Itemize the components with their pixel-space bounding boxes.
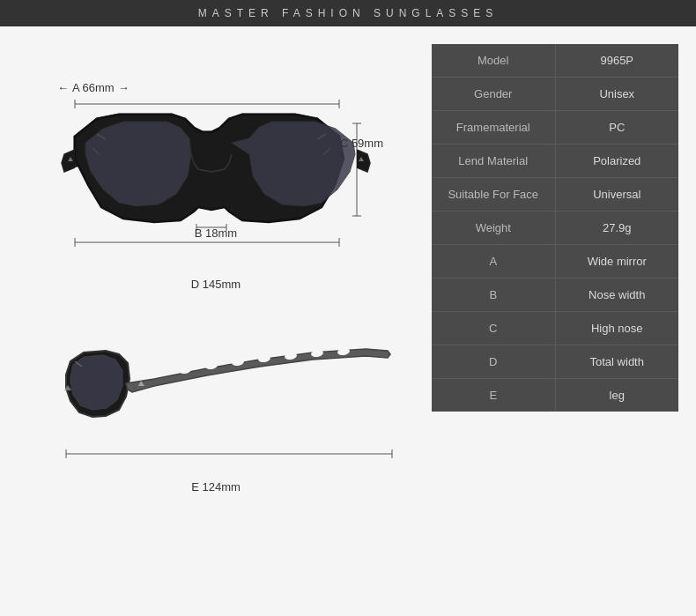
- brand-title: MASTER FASHION SUNGLASSES: [198, 7, 499, 19]
- left-panel: ← A 66mm →: [18, 44, 414, 602]
- spec-value: Wide mirror: [555, 245, 678, 278]
- page-header: MASTER FASHION SUNGLASSES: [0, 0, 696, 26]
- spec-value: High nose: [555, 312, 678, 345]
- specs-table: Model 9965P Gender Unisex Framematerial …: [432, 44, 678, 412]
- spec-value: 9965P: [555, 44, 678, 78]
- spec-row: Weight 27.9g: [432, 212, 678, 245]
- spec-row: Framematerial PC: [432, 111, 678, 145]
- dimension-d-label: D 145mm: [191, 278, 241, 291]
- spec-value: Universal: [555, 178, 678, 212]
- dimension-b-label: B 18mm: [195, 226, 237, 240]
- right-panel: Model 9965P Gender Unisex Framematerial …: [432, 44, 678, 602]
- spec-row: C High nose: [432, 312, 678, 345]
- spec-label: Model: [432, 44, 555, 78]
- spec-value: PC: [555, 111, 678, 145]
- spec-row: Gender Unisex: [432, 78, 678, 111]
- side-view-diagram: E 124mm: [18, 317, 414, 511]
- glasses-front-svg: [48, 62, 383, 291]
- glasses-side-container: E 124mm: [48, 335, 383, 494]
- spec-value: Nose width: [555, 278, 678, 312]
- spec-label: Suitable For Face: [432, 178, 555, 212]
- dimension-e-label: E 124mm: [191, 480, 241, 494]
- spec-value: Unisex: [555, 78, 678, 111]
- spec-row: D Total width: [432, 345, 678, 379]
- spec-label: Lend Material: [432, 145, 555, 178]
- spec-row: A Wide mirror: [432, 245, 678, 278]
- glasses-front-container: ← A 66mm →: [48, 62, 383, 291]
- spec-label: E: [432, 379, 555, 412]
- spec-value: leg: [555, 379, 678, 412]
- spec-label: D: [432, 345, 555, 379]
- main-content: ← A 66mm →: [0, 26, 696, 611]
- dimension-c-label: C 59mm: [340, 137, 383, 150]
- spec-value: 27.9g: [555, 212, 678, 245]
- spec-value: Total width: [555, 345, 678, 379]
- spec-row: Model 9965P: [432, 44, 678, 78]
- spec-row: E leg: [432, 379, 678, 412]
- spec-row: Lend Material Polarized: [432, 145, 678, 178]
- spec-row: B Nose width: [432, 278, 678, 312]
- spec-label: Framematerial: [432, 111, 555, 145]
- spec-label: Weight: [432, 212, 555, 245]
- spec-label: C: [432, 312, 555, 345]
- dimension-a-label: ← A 66mm →: [57, 81, 130, 94]
- spec-label: A: [432, 245, 555, 278]
- glasses-side-svg: [48, 335, 401, 480]
- front-view-diagram: ← A 66mm →: [18, 44, 414, 308]
- spec-label: B: [432, 278, 555, 312]
- spec-value: Polarized: [555, 145, 678, 178]
- spec-label: Gender: [432, 78, 555, 111]
- spec-row: Suitable For Face Universal: [432, 178, 678, 212]
